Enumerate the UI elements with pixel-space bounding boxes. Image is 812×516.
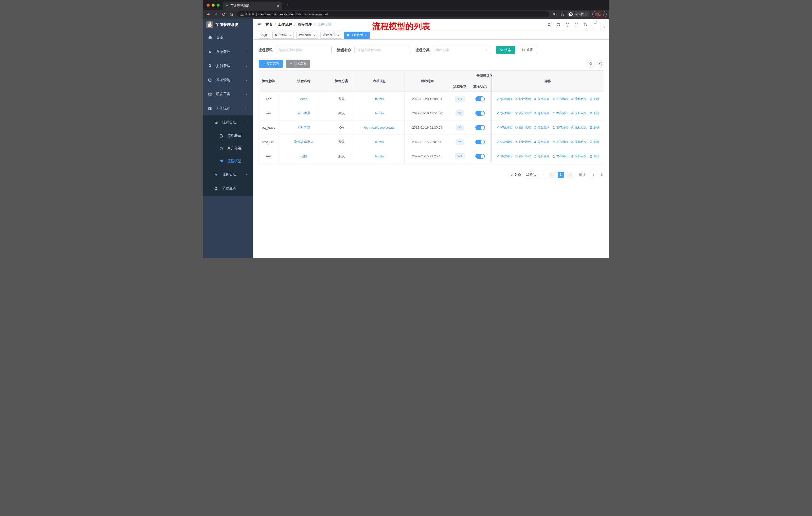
reload-button[interactable] [221, 11, 227, 18]
sidebar-item-infra[interactable]: 基础设施 [203, 73, 254, 87]
action-design[interactable]: 设计流程 [515, 126, 531, 130]
form-info-link[interactable]: biubiu [375, 111, 384, 115]
action-design[interactable]: 设计流程 [515, 154, 531, 159]
tag-process-form[interactable]: 流程表单× [320, 32, 342, 38]
action-assign-rule[interactable]: 分配规则 [533, 154, 549, 159]
bookmark-star-icon[interactable] [559, 11, 566, 18]
sidebar-item-system[interactable]: 系统管理 [203, 45, 254, 59]
process-name-input[interactable] [354, 46, 410, 54]
sidebar-item-workflow[interactable]: 工作流程 [203, 101, 254, 115]
action-delete[interactable]: 删除 [589, 140, 599, 144]
form-info-link[interactable]: biubiu [375, 97, 384, 101]
action-assign-rule[interactable]: 分配规则 [533, 97, 549, 101]
action-modify[interactable]: 修改流程 [496, 140, 512, 144]
action-modify[interactable]: 修改流程 [496, 126, 512, 130]
action-definition[interactable]: 流程定义 [571, 154, 587, 159]
action-publish[interactable]: 发布流程 [552, 111, 568, 115]
action-publish[interactable]: 发布流程 [552, 140, 568, 144]
form-info-link[interactable]: /bpm/oa/leave/create [364, 126, 395, 130]
action-modify[interactable]: 修改流程 [496, 111, 512, 115]
tag-tenant[interactable]: 租户管理× [272, 32, 294, 38]
prev-page-button[interactable] [549, 171, 555, 178]
action-assign-rule[interactable]: 分配规则 [533, 140, 549, 144]
active-toggle[interactable] [475, 97, 485, 101]
goto-page-input[interactable] [588, 171, 598, 178]
sidebar-item-process-form[interactable]: 流程表单 [203, 130, 254, 142]
next-page-button[interactable] [566, 171, 573, 178]
sidebar-item-task-mgmt[interactable]: 任务管理 [203, 167, 254, 182]
back-button[interactable] [206, 11, 212, 18]
search-button[interactable]: 搜索 [496, 46, 515, 54]
security-label[interactable]: 不安全 [245, 12, 255, 17]
forward-button[interactable] [213, 11, 219, 18]
new-tab-button[interactable]: ＋ [285, 2, 290, 7]
breadcrumb-item[interactable]: 流程管理 [297, 22, 312, 27]
action-assign-rule[interactable]: 分配规则 [533, 111, 549, 115]
password-key-icon[interactable] [552, 11, 558, 18]
search-icon[interactable] [547, 23, 551, 27]
help-icon[interactable]: ? [565, 23, 570, 27]
page-size-select[interactable]: 10条/页 [524, 171, 546, 178]
action-delete[interactable]: 删除 [589, 126, 599, 130]
process-key-input[interactable] [276, 46, 332, 54]
close-window-button[interactable] [207, 3, 210, 6]
action-assign-rule[interactable]: 分配规则 [533, 126, 549, 130]
process-name-link[interactable]: 自己审批 [297, 111, 310, 115]
active-toggle[interactable] [475, 125, 485, 130]
tag-process-model[interactable]: 流程模型× [344, 32, 370, 38]
tab-close-icon[interactable]: ✕ [277, 4, 280, 8]
browser-update-menu[interactable]: 更新 [592, 11, 607, 18]
active-toggle[interactable] [475, 111, 485, 116]
github-icon[interactable] [556, 23, 560, 27]
breadcrumb-item[interactable]: 工作流程 [278, 22, 292, 27]
close-icon[interactable]: × [313, 33, 315, 37]
category-select[interactable]: 流程分类 [433, 46, 491, 54]
sidebar-item-process-model[interactable]: 流程模型 [203, 155, 254, 167]
sidebar-toggle-button[interactable] [254, 19, 265, 31]
sidebar-item-home[interactable]: 首页 [203, 31, 254, 45]
sidebar-item-pay[interactable]: 支付管理 [203, 59, 254, 73]
close-icon[interactable]: × [338, 33, 340, 37]
action-design[interactable]: 设计流程 [515, 97, 531, 101]
process-name-link[interactable]: eeee [300, 97, 308, 101]
active-toggle[interactable] [475, 140, 485, 144]
create-process-button[interactable]: 新建流程 [259, 60, 283, 67]
close-icon[interactable]: × [289, 33, 291, 37]
action-delete[interactable]: 删除 [589, 154, 599, 159]
action-design[interactable]: 设计流程 [515, 111, 531, 115]
process-name-link[interactable]: 滔博 [300, 154, 307, 159]
version-badge[interactable]: v21 [455, 154, 464, 159]
address-bar[interactable]: 不安全 dashboard.yudao.iocoder.cn/bpm/manag… [237, 11, 549, 18]
process-name-link[interactable]: 测试多审批人 [294, 140, 314, 144]
avatar[interactable] [592, 20, 602, 29]
action-modify[interactable]: 修改流程 [496, 97, 512, 101]
action-modify[interactable]: 修改流程 [496, 154, 512, 159]
more-menu-icon[interactable] [603, 12, 604, 16]
action-definition[interactable]: 流程定义 [571, 111, 587, 115]
version-badge[interactable]: v5 [456, 125, 464, 131]
action-definition[interactable]: 流程定义 [571, 126, 587, 130]
version-badge[interactable]: v2 [456, 110, 464, 116]
process-name-link[interactable]: OA 请假 [298, 125, 310, 130]
maximize-window-button[interactable] [217, 3, 220, 6]
app-logo[interactable]: 芋道管理系统 [203, 19, 254, 31]
sidebar-item-user-group[interactable]: 用户分组 [203, 142, 254, 155]
fullscreen-icon[interactable] [574, 23, 579, 27]
page-number-current[interactable]: 1 [557, 171, 564, 178]
home-button[interactable] [228, 11, 234, 18]
sidebar-item-leave-query[interactable]: 请假查询 [203, 182, 254, 195]
action-design[interactable]: 设计流程 [515, 140, 531, 144]
close-icon[interactable]: × [365, 33, 367, 37]
sidebar-item-process-mgmt[interactable]: 流程管理 [203, 115, 254, 130]
action-definition[interactable]: 流程定义 [571, 140, 587, 144]
breadcrumb-item[interactable]: 首页 [265, 22, 272, 27]
active-toggle[interactable] [475, 154, 485, 159]
user-avatar-menu[interactable] [592, 20, 605, 29]
action-delete[interactable]: 删除 [589, 97, 599, 101]
action-publish[interactable]: 发布流程 [552, 97, 568, 101]
tag-home[interactable]: 首页 [259, 32, 270, 38]
action-delete[interactable]: 删除 [589, 111, 599, 115]
sidebar-item-devtools[interactable]: 研发工具 [203, 87, 254, 101]
form-info-link[interactable]: biubiu [375, 155, 384, 158]
toggle-search-button[interactable] [587, 60, 594, 67]
